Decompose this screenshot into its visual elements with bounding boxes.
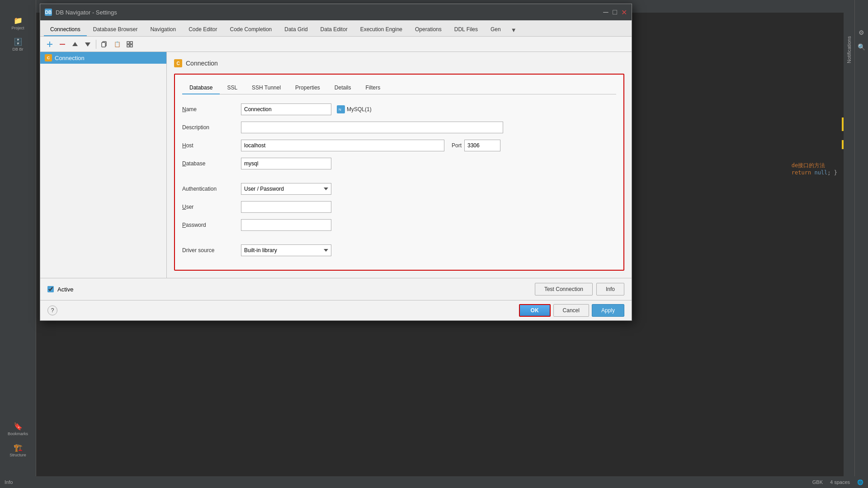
title-bar: DB DB Navigator - Settings ─ □ ✕ <box>40 4 632 20</box>
tab-gen[interactable]: Gen <box>484 23 507 36</box>
add-connection-button[interactable] <box>44 38 56 50</box>
password-input[interactable] <box>241 219 331 231</box>
status-bar: Info GBK 4 spaces 🌐 <box>0 476 868 488</box>
ide-left-bar: 📁 Project 🗄️ DB Br 🔖 Bookmarks 🏗️ Struct… <box>0 0 36 488</box>
authentication-label: Authentication <box>182 186 241 192</box>
inner-tab-filters[interactable]: Filters <box>359 82 388 94</box>
apply-button[interactable]: Apply <box>592 304 624 317</box>
inner-tab-details[interactable]: Details <box>327 82 359 94</box>
settings-icon[interactable]: ⚙ <box>857 27 866 38</box>
svg-rect-9 <box>127 45 129 47</box>
database-field-row: Database <box>182 158 616 169</box>
dialog-title: DB Navigator - Settings <box>56 9 117 16</box>
description-input[interactable] <box>241 122 503 133</box>
maximize-button[interactable]: □ <box>612 9 618 15</box>
password-label: Password <box>182 222 241 228</box>
reset-button[interactable] <box>124 38 136 50</box>
svg-rect-8 <box>130 42 132 44</box>
main-content-area: C Connection C Connection Database SSL S… <box>40 52 632 278</box>
tab-connections[interactable]: Connections <box>44 23 87 36</box>
tab-code-completion[interactable]: Code Completion <box>224 23 278 36</box>
ide-bar-bookmarks[interactable]: 🔖 Bookmarks <box>0 418 36 440</box>
tab-data-grid[interactable]: Data Grid <box>278 23 314 36</box>
connection-tree-icon: C <box>45 54 52 61</box>
status-indent[interactable]: 4 spaces <box>830 479 850 485</box>
name-field-row: Name N MySQL(1) <box>182 103 616 115</box>
driver-source-label: Driver source <box>182 247 241 253</box>
move-down-button[interactable] <box>82 38 94 50</box>
description-field-row: Description <box>182 122 616 133</box>
tab-more-button[interactable]: ▼ <box>507 24 520 36</box>
connection-section-icon: C <box>174 59 182 67</box>
ide-bar-structure[interactable]: 🏗️ Structure <box>0 440 36 461</box>
ide-bar-project[interactable]: 📁 Project <box>0 13 36 34</box>
database-label: Database <box>182 160 241 167</box>
svg-marker-4 <box>85 42 90 47</box>
search-icon[interactable]: 🔍 <box>856 42 867 52</box>
port-label: Port <box>452 142 462 149</box>
svg-rect-7 <box>127 42 129 44</box>
dialog-footer: ? OK Cancel Apply <box>40 300 632 320</box>
driver-source-field-row: Driver source Built-in library Custom <box>182 244 616 256</box>
ide-bar-db-browser[interactable]: 🗄️ DB Br <box>0 34 36 55</box>
database-input[interactable] <box>241 158 331 169</box>
settings-tab-bar: Connections Database Browser Navigation … <box>40 20 632 37</box>
code-background: de接口的方法 return null; } <box>788 158 841 179</box>
close-button[interactable]: ✕ <box>621 9 627 15</box>
window-controls: ─ □ ✕ <box>603 9 627 15</box>
inner-tab-ssl[interactable]: SSL <box>220 82 245 94</box>
svg-marker-3 <box>72 42 78 46</box>
paste-connection-button[interactable]: 📋 <box>111 38 123 50</box>
right-ide-bar: ⚙ 🔍 <box>854 0 868 488</box>
svg-rect-10 <box>130 45 132 47</box>
tab-execution-engine[interactable]: Execution Engine <box>354 23 409 36</box>
inner-tab-database[interactable]: Database <box>182 82 220 94</box>
tab-navigation[interactable]: Navigation <box>144 23 182 36</box>
user-field-row: User <box>182 201 616 213</box>
bottom-right-buttons: Test Connection Info <box>535 283 624 296</box>
info-button[interactable]: Info <box>596 283 624 296</box>
driver-source-select[interactable]: Built-in library Custom <box>241 244 331 256</box>
tree-item-label: Connection <box>55 55 85 61</box>
status-extra: 🌐 <box>857 479 863 485</box>
minimize-button[interactable]: ─ <box>603 9 609 15</box>
move-up-button[interactable] <box>69 38 81 50</box>
active-checkbox[interactable] <box>47 286 54 292</box>
port-input[interactable] <box>464 140 500 151</box>
connections-toolbar: 📋 <box>40 37 632 52</box>
connection-section-header: C Connection <box>174 59 624 67</box>
connection-settings-panel: C Connection Database SSL SSH Tunnel Pro… <box>167 52 632 278</box>
inner-tab-ssh-tunnel[interactable]: SSH Tunnel <box>245 82 288 94</box>
cancel-button[interactable]: Cancel <box>553 304 589 317</box>
name-label: Name <box>182 106 241 113</box>
mysql-badge[interactable]: N MySQL(1) <box>337 105 372 113</box>
status-info-label: Info <box>5 479 13 485</box>
svg-text:N: N <box>339 108 341 112</box>
host-input[interactable] <box>241 140 444 151</box>
help-button[interactable]: ? <box>47 305 57 315</box>
notifications-label: Notifications <box>846 36 852 63</box>
tab-ddl-files[interactable]: DDL Files <box>448 23 484 36</box>
tab-data-editor[interactable]: Data Editor <box>314 23 354 36</box>
test-connection-button[interactable]: Test Connection <box>535 283 593 296</box>
tab-database-browser[interactable]: Database Browser <box>87 23 144 36</box>
name-input[interactable] <box>241 103 331 115</box>
user-label: User <box>182 204 241 210</box>
dialog-bottom-bar: Active Test Connection Info <box>40 278 632 300</box>
tree-item-connection[interactable]: C Connection <box>40 52 166 64</box>
host-field-row: Host Port <box>182 140 616 151</box>
tab-code-editor[interactable]: Code Editor <box>182 23 223 36</box>
dialog-icon: DB <box>45 9 52 16</box>
status-encoding[interactable]: GBK <box>812 479 823 485</box>
inner-tab-properties[interactable]: Properties <box>288 82 327 94</box>
ok-button[interactable]: OK <box>519 304 551 317</box>
password-field-row: Password <box>182 219 616 231</box>
authentication-select[interactable]: User / Password No Auth Windows Credenti… <box>241 183 331 195</box>
user-input[interactable] <box>241 201 331 213</box>
remove-connection-button[interactable] <box>57 38 68 50</box>
tab-operations[interactable]: Operations <box>409 23 448 36</box>
mysql-label: MySQL(1) <box>347 106 372 113</box>
active-label: Active <box>57 286 73 293</box>
copy-connection-button[interactable] <box>99 38 110 50</box>
connection-inner-tabs: Database SSL SSH Tunnel Properties Detai… <box>182 82 616 94</box>
